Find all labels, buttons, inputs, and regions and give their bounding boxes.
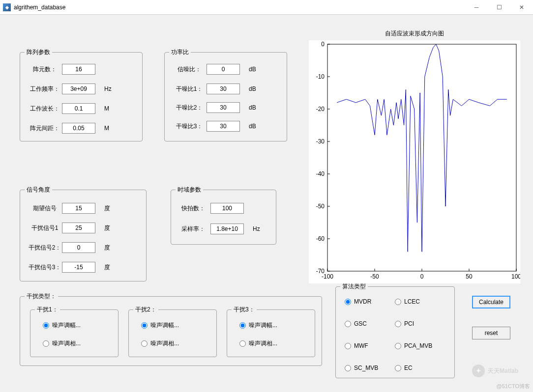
panel-jam2: 干扰2： 噪声调幅... 噪声调相... [128, 306, 217, 357]
time-label-1: 采样率： [176, 225, 210, 233]
radio-jam3-am[interactable] [239, 322, 246, 329]
svg-text:-70: -70 [316, 268, 325, 275]
watermark-site: @51CTO博客 [497, 383, 530, 390]
power-label-1: 干噪比1： [172, 85, 207, 93]
svg-text:0: 0 [420, 273, 424, 280]
angle-input-jam1[interactable] [62, 223, 95, 233]
array-label-0: 阵元数： [28, 65, 62, 74]
content-area: 阵列参数 阵元数： 工作频率：Hz 工作波长：M 阵元间距：M 功率比 信噪比：… [0, 15, 533, 392]
radio-jam3-pm-label: 噪声调相... [249, 339, 277, 348]
power-input-inr2[interactable] [207, 102, 240, 113]
svg-text:-50: -50 [316, 203, 325, 210]
angle-unit-2: 度 [104, 244, 114, 252]
radio-jam2-pm[interactable] [141, 340, 148, 347]
power-unit-1: dB [249, 85, 259, 92]
angle-input-jam3[interactable] [62, 262, 95, 273]
angle-label-3: 干扰信号3： [28, 263, 62, 272]
array-unit-2: M [104, 105, 114, 112]
radio-mvdr[interactable] [345, 299, 351, 305]
radio-pcamvb-label: PCA_MVB [404, 342, 432, 349]
watermark-text: ✦天天Matlab [472, 364, 518, 377]
close-button[interactable]: ✕ [510, 0, 533, 15]
maximize-button[interactable]: ☐ [488, 0, 510, 15]
radio-pcamvb[interactable] [395, 343, 401, 349]
svg-text:0: 0 [321, 41, 325, 48]
array-label-1: 工作频率： [28, 85, 62, 93]
time-label-0: 快拍数： [176, 204, 210, 213]
panel-jam1: 干扰1： 噪声调幅... 噪声调相... [30, 306, 118, 357]
radio-jam1-pm[interactable] [43, 340, 49, 347]
panel-jam3: 干扰3： 噪声调幅... 噪声调相... [227, 306, 315, 357]
power-unit-0: dB [249, 66, 259, 73]
radio-lcec-label: LCEC [404, 298, 420, 305]
time-input-snapshots[interactable] [210, 203, 244, 214]
svg-text:50: 50 [466, 273, 473, 280]
panel-power-legend: 功率比 [169, 48, 191, 56]
radio-gsc[interactable] [345, 321, 351, 327]
radio-jam1-am[interactable] [43, 322, 49, 329]
radio-ec[interactable] [395, 365, 401, 371]
radio-pci[interactable] [395, 321, 401, 327]
calculate-button[interactable]: Calculate [472, 296, 510, 308]
power-input-inr1[interactable] [207, 84, 240, 94]
power-unit-3: dB [249, 123, 259, 130]
angle-label-0: 期望信号 [28, 204, 62, 213]
array-input-elements[interactable] [62, 64, 95, 75]
panel-time: 时域参数 快拍数： 采样率：Hz [171, 186, 276, 245]
radio-mwf-label: MWF [354, 342, 368, 349]
radio-jam2-pm-label: 噪声调相... [150, 339, 179, 348]
angle-label-2: 干扰信号2： [28, 244, 62, 252]
svg-text:-10: -10 [316, 73, 325, 80]
angle-label-1: 干扰信号1 [28, 224, 62, 232]
array-input-spacing[interactable] [62, 123, 95, 134]
radio-gsc-label: GSC [354, 320, 367, 327]
wechat-icon: ✦ [472, 364, 485, 377]
radio-scmvb[interactable] [345, 365, 351, 371]
panel-algo-legend: 算法类型 [340, 282, 368, 291]
reset-button[interactable]: reset [472, 327, 510, 339]
power-input-snr[interactable] [207, 64, 240, 75]
array-input-wavelength[interactable] [62, 103, 95, 114]
angle-input-jam2[interactable] [62, 242, 95, 253]
panel-jamtype: 干扰类型： 干扰1： 噪声调幅... 噪声调相... 干扰2： 噪声调幅... … [20, 292, 322, 366]
panel-array: 阵列参数 阵元数： 工作频率：Hz 工作波长：M 阵元间距：M [20, 48, 143, 141]
beampattern-plot: -100-50050100-70-60-50-40-30-20-100 [309, 40, 520, 283]
power-label-2: 干噪比2： [172, 104, 207, 112]
titlebar: ◆ algrithem_database ─ ☐ ✕ [0, 0, 533, 15]
radio-jam3-am-label: 噪声调幅... [249, 321, 277, 330]
power-label-3: 干噪比3： [172, 122, 207, 131]
radio-mvdr-label: MVDR [354, 298, 371, 305]
radio-jam1-pm-label: 噪声调相... [52, 339, 81, 348]
matlab-icon: ◆ [3, 3, 11, 11]
radio-mwf[interactable] [345, 343, 351, 349]
radio-lcec[interactable] [395, 299, 401, 305]
time-input-samplerate[interactable] [210, 224, 244, 234]
time-unit-1: Hz [253, 225, 263, 232]
radio-jam3-pm[interactable] [239, 340, 246, 347]
minimize-button[interactable]: ─ [465, 0, 488, 15]
angle-unit-1: 度 [104, 224, 114, 232]
array-input-freq[interactable] [62, 84, 95, 94]
radio-jam2-am-label: 噪声调幅... [150, 321, 179, 330]
panel-angle-legend: 信号角度 [25, 186, 52, 194]
radio-scmvb-label: SC_MVB [354, 364, 378, 371]
power-input-inr3[interactable] [207, 121, 240, 132]
array-unit-1: Hz [104, 85, 114, 92]
power-unit-2: dB [249, 104, 259, 111]
angle-unit-3: 度 [104, 263, 114, 272]
panel-jamtype-legend: 干扰类型： [25, 292, 58, 301]
panel-angle: 信号角度 期望信号度 干扰信号1度 干扰信号2：度 干扰信号3：度 [20, 186, 147, 281]
svg-text:-40: -40 [316, 170, 325, 177]
angle-unit-0: 度 [104, 204, 114, 213]
panel-jam1-legend: 干扰1： [35, 306, 60, 314]
svg-text:-20: -20 [316, 106, 325, 112]
array-label-2: 工作波长： [28, 105, 62, 113]
radio-jam2-am[interactable] [141, 322, 148, 329]
svg-text:-60: -60 [316, 235, 325, 242]
panel-jam3-legend: 干扰3： [232, 306, 257, 314]
panel-power: 功率比 信噪比：dB 干噪比1：dB 干噪比2：dB 干噪比3：dB [164, 48, 287, 141]
radio-ec-label: EC [404, 364, 413, 371]
angle-input-desired[interactable] [62, 203, 95, 214]
plot-title: 自适应波束形成方向图 [309, 29, 520, 38]
svg-text:100: 100 [511, 273, 520, 280]
